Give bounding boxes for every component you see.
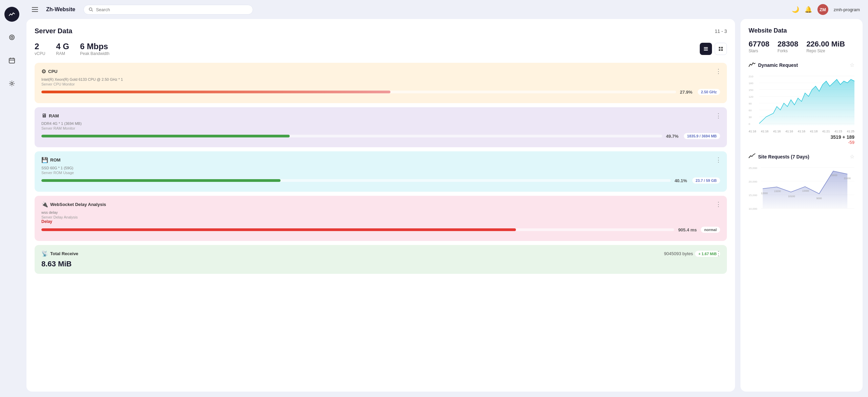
svg-text:20,000: 20,000 xyxy=(749,180,757,183)
stat-ram: 4 G RAM xyxy=(56,42,69,56)
panel-header: Server Data 11 - 3 xyxy=(35,27,727,35)
w-stat-stars: 67708 Stars xyxy=(749,40,769,53)
cpu-desc: Intel(R) Xeon(R) Gold 6133 CPU @ 2.50 GH… xyxy=(41,77,720,81)
dark-mode-icon[interactable]: 🌙 xyxy=(792,6,799,13)
websocket-progress-bar xyxy=(41,228,516,231)
hamburger-button[interactable] xyxy=(32,7,38,12)
svg-text:10100: 10100 xyxy=(788,195,795,198)
svg-text:23000: 23000 xyxy=(830,174,837,177)
rom-more-button[interactable]: ⋮ xyxy=(715,157,721,163)
cpu-progress-row: 27.9% 2.50 GHz xyxy=(41,89,720,95)
receive-more-button[interactable]: ⋮ xyxy=(715,250,721,257)
rom-header: 💾 ROM xyxy=(41,157,720,163)
rom-percent: 40.1% xyxy=(675,178,688,183)
receive-header: 📡 Total Receive 9045093 bytes + 1.67 MiB xyxy=(41,250,720,257)
receive-value: 8.63 MiB xyxy=(41,260,720,268)
websocket-more-button[interactable]: ⋮ xyxy=(715,201,721,207)
dynamic-request-header: Dynamic Request ☆ xyxy=(749,61,854,69)
sidebar-item-chart[interactable] xyxy=(4,7,19,22)
server-stats: 2 vCPU 4 G RAM 6 Mbps Peak Bandwidth xyxy=(35,42,727,56)
rom-monitor-label: Server ROM Usage xyxy=(41,171,720,175)
rom-desc: SSD 60G * 1 (59G) xyxy=(41,166,720,170)
dynamic-request-chart: 210 180 150 120 90 60 30 0 xyxy=(749,73,854,145)
left-panel: Server Data 11 - 3 2 vCPU 4 G RAM 6 Mbps… xyxy=(26,19,735,392)
svg-text:13400: 13400 xyxy=(802,190,809,192)
websocket-progress-row: 905.4 ms normal xyxy=(41,227,720,233)
content-area: Server Data 11 - 3 2 vCPU 4 G RAM 6 Mbps… xyxy=(24,19,868,397)
site-requests-title-row: Site Requests (7 Days) xyxy=(749,153,809,160)
svg-text:15,000: 15,000 xyxy=(749,194,757,197)
dynamic-request-x-labels: 41:16 41:16 41:16 41:16 41:16 41:18 41:2… xyxy=(749,130,854,133)
username: zmh-program xyxy=(834,7,860,12)
cpu-header: ⚙ CPU xyxy=(41,68,720,75)
svg-rect-6 xyxy=(704,49,708,49)
svg-text:9000: 9000 xyxy=(816,197,822,200)
site-requests-svg: 25,000 20,000 15,000 10,000 xyxy=(749,164,854,219)
search-icon xyxy=(89,7,93,12)
cpu-card: ⋮ ⚙ CPU Intel(R) Xeon(R) Gold 6133 CPU @… xyxy=(35,63,727,103)
site-requests-star-button[interactable]: ☆ xyxy=(850,153,854,160)
svg-text:180: 180 xyxy=(749,82,753,85)
cpu-progress-bar xyxy=(41,91,390,93)
ram-badge: 1835.9 / 3694 MB xyxy=(684,133,720,139)
stat-vcpu-label: vCPU xyxy=(35,51,45,56)
receive-name: Total Receive xyxy=(50,251,78,256)
ram-more-button[interactable]: ⋮ xyxy=(715,113,721,119)
notification-icon[interactable]: 🔔 xyxy=(805,6,812,13)
svg-point-4 xyxy=(89,8,92,11)
app-logo: Zh-Website xyxy=(46,6,75,13)
svg-text:12000: 12000 xyxy=(761,192,768,195)
rom-card: ⋮ 💾 ROM SSD 60G * 1 (59G) Server ROM Usa… xyxy=(35,151,727,192)
ram-name: RAM xyxy=(49,113,59,118)
svg-text:120: 120 xyxy=(749,95,753,98)
ram-icon: 🖥 xyxy=(41,113,47,119)
svg-rect-11 xyxy=(721,49,723,51)
site-requests-icon xyxy=(749,153,755,160)
svg-rect-2 xyxy=(9,58,15,63)
stat-vcpu-value: 2 xyxy=(35,42,45,51)
rom-name: ROM xyxy=(50,157,60,163)
search-input[interactable] xyxy=(96,7,248,12)
svg-text:13200: 13200 xyxy=(774,190,781,193)
rom-progress-row: 40.1% 23.7 / 59 GB xyxy=(41,177,720,184)
sidebar-item-monitor[interactable] xyxy=(4,30,19,45)
svg-rect-7 xyxy=(704,50,708,51)
svg-rect-9 xyxy=(721,47,723,49)
ram-card: ⋮ 🖥 RAM DDR4 4G * 1 (3694 MB) Server RAM… xyxy=(35,107,727,147)
dynamic-request-section: Dynamic Request ☆ xyxy=(749,61,854,145)
dynamic-request-star-button[interactable]: ☆ xyxy=(850,62,854,68)
w-stat-forks: 28308 Forks xyxy=(777,40,798,53)
ram-monitor-label: Server RAM Monitor xyxy=(41,126,720,130)
rom-badge: 23.7 / 59 GB xyxy=(692,177,720,184)
svg-text:30: 30 xyxy=(749,116,752,119)
cpu-progress-container xyxy=(41,91,676,93)
stat-bandwidth-value: 6 Mbps xyxy=(80,42,110,51)
receive-icon: 📡 xyxy=(41,250,48,257)
ram-progress-container xyxy=(41,135,662,137)
w-stat-reposize-label: Repo Size xyxy=(806,49,845,53)
topnav: Zh-Website 🌙 🔔 ZM zmh-program xyxy=(24,0,868,19)
sidebar-item-settings[interactable] xyxy=(4,76,19,91)
sidebar-item-calendar[interactable] xyxy=(4,53,19,68)
websocket-header: 🔌 WebSocket Delay Analysis xyxy=(41,201,720,208)
website-stats: 67708 Stars 28308 Forks 226.00 MiB Repo … xyxy=(749,40,854,53)
grid-view-button[interactable] xyxy=(715,43,727,55)
svg-text:0: 0 xyxy=(749,122,750,126)
svg-point-3 xyxy=(11,82,13,84)
ram-desc: DDR4 4G * 1 (3694 MB) xyxy=(41,121,720,126)
stat-ram-value: 4 G xyxy=(56,42,69,51)
cpu-badge: 2.50 GHz xyxy=(698,89,720,95)
stat-vcpu: 2 vCPU xyxy=(35,42,45,56)
svg-text:90: 90 xyxy=(749,102,752,105)
list-view-button[interactable] xyxy=(700,43,712,55)
svg-point-0 xyxy=(9,35,14,40)
cpu-more-button[interactable]: ⋮ xyxy=(715,68,721,74)
avatar[interactable]: ZM xyxy=(817,4,828,15)
stat-bandwidth: 6 Mbps Peak Bandwidth xyxy=(80,42,110,56)
svg-text:150: 150 xyxy=(749,89,753,92)
websocket-badge: normal xyxy=(701,227,720,233)
rom-progress-container xyxy=(41,179,671,182)
search-bar[interactable] xyxy=(83,5,253,15)
rom-icon: 💾 xyxy=(41,157,48,163)
main-wrapper: Zh-Website 🌙 🔔 ZM zmh-program Server Dat… xyxy=(24,0,868,397)
